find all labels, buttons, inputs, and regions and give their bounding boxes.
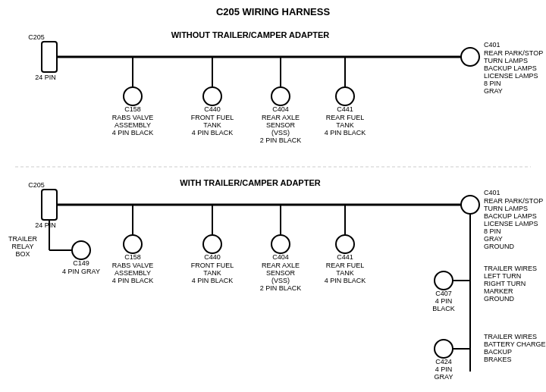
- s2-right-color: GRAY: [484, 235, 503, 243]
- s1-right-desc3: BACKUP LAMPS: [484, 64, 537, 72]
- s1-c440-desc1: FRONT FUEL: [191, 114, 234, 121]
- s1-c440-desc3: 4 PIN BLACK: [192, 129, 234, 136]
- s2-c158-desc3: 4 PIN BLACK: [112, 277, 154, 284]
- svg-point-21: [203, 235, 221, 253]
- svg-point-4: [124, 87, 142, 105]
- s2-c158-id: C158: [124, 253, 141, 261]
- s2-c441-desc2: TANK: [336, 269, 353, 277]
- s1-c158-desc2: ASSEMBLY: [115, 121, 151, 129]
- svg-point-30: [435, 340, 453, 358]
- s2-c407-color: BLACK: [432, 305, 455, 312]
- s1-c441-desc2: TANK: [336, 121, 353, 129]
- s2-c407-desc5: GROUND: [484, 295, 514, 303]
- svg-point-10: [336, 87, 354, 105]
- s1-c441-desc3: 4 PIN BLACK: [325, 129, 366, 136]
- s1-c404-desc4: 2 PIN BLACK: [260, 136, 302, 144]
- s2-c404-id: C404: [272, 253, 289, 261]
- s1-right-desc4: LICENSE LAMPS: [484, 72, 538, 80]
- s2-c424-color: GRAY: [435, 373, 453, 381]
- s2-c424-desc4: BRAKES: [484, 356, 512, 363]
- s2-c404-desc4: 2 PIN BLACK: [260, 284, 302, 292]
- s1-c440-desc2: TANK: [203, 121, 221, 129]
- s2-c407-desc1: TRAILER WIRES: [484, 265, 537, 272]
- s2-right-desc4: LICENSE LAMPS: [484, 220, 538, 227]
- s2-c424-id: C424: [435, 358, 452, 365]
- s2-left-pins: 24 PIN: [35, 221, 56, 229]
- s2-c404-desc1: REAR AXLE: [262, 262, 300, 269]
- s2-right-ground: GROUND: [484, 243, 514, 250]
- s2-c441-desc1: REAR FUEL: [326, 262, 365, 269]
- s2-c440-desc1: FRONT FUEL: [191, 262, 234, 269]
- s1-c441-id: C441: [337, 105, 353, 113]
- s1-right-pins: 8 PIN: [484, 80, 501, 87]
- s1-left-pins: 24 PIN: [35, 74, 56, 81]
- s1-c441-desc1: REAR FUEL: [326, 114, 365, 121]
- s2-c149-desc: 4 PIN GRAY: [62, 268, 100, 275]
- s2-c440-id: C440: [204, 253, 221, 261]
- s2-relay-label3: BOX: [15, 250, 30, 258]
- s1-c158-desc3: 4 PIN BLACK: [112, 129, 154, 136]
- diagram-title: C205 WIRING HARNESS: [216, 6, 331, 17]
- s1-left-id: C205: [28, 33, 45, 41]
- svg-point-17: [461, 196, 479, 214]
- s2-relay-label2: RELAY: [12, 243, 34, 250]
- svg-point-2: [461, 48, 479, 66]
- s2-c424-pins: 4 PIN: [435, 365, 453, 373]
- s1-right-id: C401: [484, 41, 500, 49]
- s2-right-desc1: REAR PARK/STOP: [484, 197, 543, 205]
- s2-c424-desc3: BACKUP: [484, 348, 512, 356]
- s2-c149-id: C149: [73, 259, 89, 267]
- svg-point-16: [72, 241, 90, 259]
- s2-c441-desc3: 4 PIN BLACK: [325, 277, 366, 284]
- section1-title: WITHOUT TRAILER/CAMPER ADAPTER: [171, 30, 330, 39]
- s1-c404-desc2: SENSOR: [266, 121, 296, 129]
- s2-right-desc3: BACKUP LAMPS: [484, 212, 537, 220]
- s2-c158-desc2: ASSEMBLY: [115, 269, 151, 277]
- s1-c158-desc1: RABS VALVE: [112, 114, 154, 121]
- svg-rect-1: [42, 42, 57, 72]
- s2-c407-pins: 4 PIN: [435, 297, 453, 305]
- svg-point-8: [271, 87, 290, 105]
- s2-left-id: C205: [28, 181, 45, 189]
- s2-right-desc2: TURN LAMPS: [484, 205, 528, 212]
- s2-c158-desc1: RABS VALVE: [112, 262, 154, 269]
- s2-c407-desc2: LEFT TURN: [484, 272, 521, 280]
- s2-c440-desc2: TANK: [203, 269, 221, 277]
- s1-right-desc2: TURN LAMPS: [484, 57, 528, 64]
- s1-c404-desc1: REAR AXLE: [262, 114, 300, 121]
- s1-c404-id: C404: [272, 105, 289, 113]
- s2-c424-desc1: TRAILER WIRES: [484, 333, 537, 340]
- s2-c407-id: C407: [435, 290, 452, 297]
- s1-right-desc1: REAR PARK/STOP: [484, 49, 543, 57]
- s1-c158-id: C158: [124, 105, 141, 113]
- s2-c441-id: C441: [337, 253, 353, 261]
- s2-c407-desc4: MARKER: [484, 287, 513, 295]
- svg-point-19: [124, 235, 142, 253]
- wiring-diagram: C205 WIRING HARNESS WITHOUT TRAILER/CAMP…: [0, 0, 546, 392]
- s1-c404-desc3: (VSS): [271, 129, 290, 136]
- s2-c404-desc3: (VSS): [271, 277, 290, 284]
- s1-right-color: GRAY: [484, 87, 503, 95]
- svg-rect-13: [42, 190, 57, 220]
- s2-right-pins: 8 PIN: [484, 227, 501, 235]
- section2-title: WITH TRAILER/CAMPER ADAPTER: [180, 178, 320, 187]
- s1-c440-id: C440: [204, 105, 221, 113]
- svg-point-6: [203, 87, 221, 105]
- s2-c404-desc2: SENSOR: [266, 269, 296, 277]
- svg-point-28: [435, 271, 453, 290]
- svg-point-25: [336, 235, 354, 253]
- s2-c424-desc2: BATTERY CHARGE: [484, 340, 546, 348]
- s2-relay-label1: TRAILER: [8, 235, 38, 243]
- s2-right-id: C401: [484, 189, 500, 196]
- svg-point-23: [271, 235, 290, 253]
- s2-c407-desc3: RIGHT TURN: [484, 280, 526, 287]
- s2-c440-desc3: 4 PIN BLACK: [192, 277, 234, 284]
